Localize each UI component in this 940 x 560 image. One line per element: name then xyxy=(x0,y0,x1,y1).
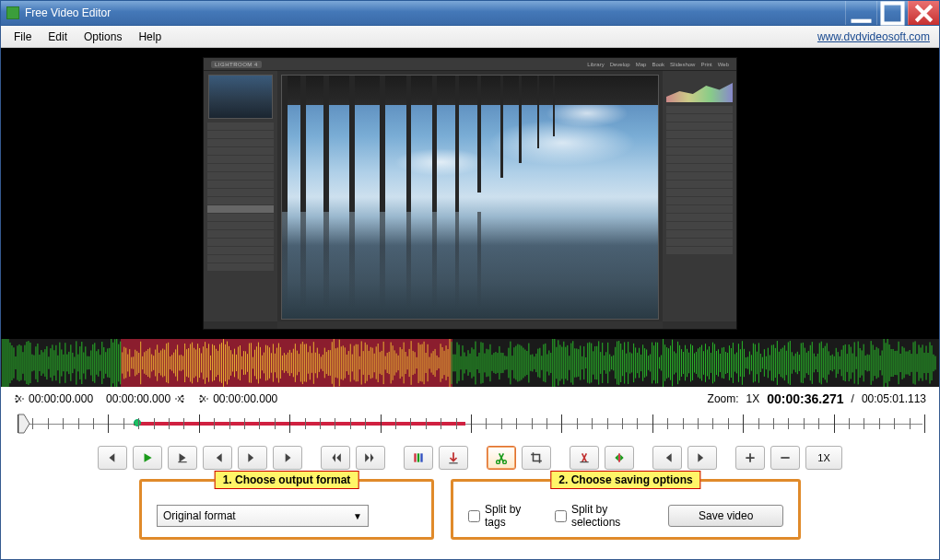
zoom-label: Zoom: xyxy=(708,392,739,405)
set-markers-button[interactable] xyxy=(404,446,433,470)
prev-frame-button[interactable] xyxy=(203,446,232,470)
split-by-selections-checkbox[interactable]: Split by selections xyxy=(555,503,655,529)
svg-point-511 xyxy=(182,395,184,398)
svg-point-512 xyxy=(182,401,184,403)
next-frame-button[interactable] xyxy=(238,446,267,470)
step2-annotation: 2. Choose saving options xyxy=(550,471,700,489)
split-by-selections-input[interactable] xyxy=(555,510,567,522)
window-title: Free Video Editor xyxy=(25,6,111,19)
svg-point-514 xyxy=(200,401,203,403)
step-forward-button[interactable] xyxy=(273,446,302,470)
scissors-close-in-icon xyxy=(198,393,209,404)
svg-point-518 xyxy=(497,461,500,464)
menu-help[interactable]: Help xyxy=(131,29,169,45)
svg-rect-516 xyxy=(417,453,419,461)
crop-button[interactable] xyxy=(522,446,551,470)
close-in-timecode: 00:00:00.000 xyxy=(213,392,277,405)
svg-rect-517 xyxy=(420,453,422,461)
set-marker-down-button[interactable] xyxy=(439,446,468,470)
mark-in-timecode: 00:00:00.000 xyxy=(29,392,93,405)
time-separator: / xyxy=(852,392,854,405)
svg-point-510 xyxy=(16,401,18,403)
step1-annotation: 1. Choose output format xyxy=(215,471,359,489)
website-link[interactable]: www.dvdvideosoft.com xyxy=(817,30,930,43)
app-icon xyxy=(6,6,19,19)
svg-point-519 xyxy=(503,461,507,464)
timecode-row: 00:00:00.000 00:00:00.000 00:00:00.000 Z… xyxy=(1,387,939,411)
zoom-out-button[interactable] xyxy=(770,446,800,470)
step-back-button[interactable] xyxy=(98,446,127,470)
output-format-value: Original format xyxy=(163,509,236,522)
video-frame[interactable]: LIGHTROOM 4 LibraryDevelopMapBookSlidesh… xyxy=(203,57,737,330)
transport-toolbar: 1X xyxy=(98,446,842,470)
ruler-selection-start-handle[interactable] xyxy=(134,419,141,426)
window-titlebar: Free Video Editor xyxy=(0,0,940,26)
preview-app-badge: LIGHTROOM 4 xyxy=(211,61,262,68)
svg-rect-515 xyxy=(414,453,416,461)
output-format-panel: 1. Choose output format Original format … xyxy=(139,479,434,540)
cut-selection-button[interactable] xyxy=(487,446,516,470)
current-time: 00:00:36.271 xyxy=(767,391,843,406)
audio-waveform[interactable] xyxy=(1,339,939,387)
menu-bar: File Edit Options Help www.dvdvideosoft.… xyxy=(1,26,939,48)
chevron-down-icon: ▼ xyxy=(353,511,362,521)
goto-start-button[interactable] xyxy=(321,446,350,470)
preview-left-panel xyxy=(204,71,277,321)
zoom-in-button[interactable] xyxy=(735,446,765,470)
preview-top-tabs: LibraryDevelopMapBookSlideshowPrintWeb xyxy=(587,62,729,67)
output-settings-row: 1. Choose output format Original format … xyxy=(1,475,939,549)
output-format-dropdown[interactable]: Original format ▼ xyxy=(157,505,369,527)
video-preview-area: LIGHTROOM 4 LibraryDevelopMapBookSlidesh… xyxy=(1,48,939,339)
window-minimize-button[interactable] xyxy=(845,1,876,25)
total-time: 00:05:01.113 xyxy=(862,392,926,405)
goto-mark-in-button[interactable] xyxy=(652,446,682,470)
play-segment-button[interactable] xyxy=(168,446,197,470)
timeline-ruler[interactable] xyxy=(14,411,926,437)
zoom-value: 1X xyxy=(746,392,760,405)
split-by-tags-label: Split by tags xyxy=(485,503,542,529)
svg-rect-0 xyxy=(883,3,903,23)
scissors-open-out-icon xyxy=(174,393,185,404)
preview-right-panel xyxy=(663,71,736,321)
goto-mark-out-button[interactable] xyxy=(687,446,717,470)
zoom-reset-button[interactable]: 1X xyxy=(805,446,842,470)
ruler-start-handle[interactable] xyxy=(18,414,30,434)
window-close-button[interactable] xyxy=(908,1,939,25)
window-maximize-button[interactable] xyxy=(876,1,908,25)
mark-out-timecode: 00:00:00.000 xyxy=(106,392,170,405)
invert-selection-button[interactable] xyxy=(605,446,634,470)
svg-point-509 xyxy=(16,395,18,398)
menu-options[interactable]: Options xyxy=(76,29,129,45)
split-by-selections-label: Split by selections xyxy=(571,503,655,529)
menu-file[interactable]: File xyxy=(6,29,39,45)
menu-edit[interactable]: Edit xyxy=(41,29,75,45)
svg-point-513 xyxy=(200,395,203,398)
split-by-tags-input[interactable] xyxy=(468,510,480,522)
preview-main-image xyxy=(281,75,659,320)
saving-options-panel: 2. Choose saving options Split by tags S… xyxy=(451,479,801,540)
goto-end-button[interactable] xyxy=(356,446,385,470)
svg-rect-520 xyxy=(618,453,620,461)
save-video-button[interactable]: Save video xyxy=(668,505,783,527)
split-by-tags-checkbox[interactable]: Split by tags xyxy=(468,503,542,529)
scissors-open-in-icon xyxy=(14,393,25,404)
play-button[interactable] xyxy=(133,446,162,470)
undo-cut-button[interactable] xyxy=(570,446,599,470)
